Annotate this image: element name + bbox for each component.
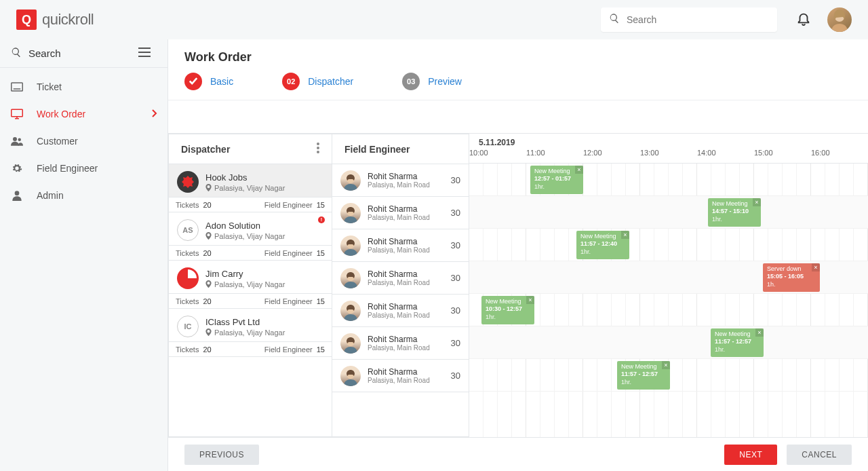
global-search-input[interactable]	[627, 14, 769, 25]
close-icon[interactable]: ×	[753, 198, 761, 206]
step-dispatcher[interactable]: 02Dispatcher	[282, 73, 353, 90]
global-search[interactable]	[601, 7, 777, 32]
check-icon	[189, 77, 198, 86]
chevron-right-icon	[152, 109, 157, 119]
field-engineer-item[interactable]: Rohit SharmaPalasiya, Main Road30	[332, 327, 469, 360]
timeline-row: ×New Meeting12:57 - 01:571hr.	[469, 164, 868, 196]
event-time: 11:57 - 12:57	[621, 371, 666, 378]
dispatcher-location: Palasiya, Vijay Nagar	[205, 328, 323, 337]
calendar-event[interactable]: ×New Meeting10:30 - 12:571hr.	[481, 296, 534, 324]
users-icon	[11, 136, 30, 147]
close-icon[interactable]: ×	[662, 361, 670, 369]
calendar-event[interactable]: ×New Meeting14:57 - 15:101hr.	[708, 198, 761, 227]
timeline-row: ×New Meeting11:57 - 12:571hr.	[469, 359, 868, 392]
engineer-name: Rohit Sharma	[368, 204, 451, 214]
event-duration: 1hr.	[580, 248, 625, 256]
step-basic[interactable]: Basic	[184, 73, 233, 90]
engineer-avatar	[340, 301, 361, 321]
engineer-avatar	[340, 236, 361, 256]
calendar-event[interactable]: ×Server down15:05 - 16:051h.	[763, 263, 820, 292]
sidebar-item-ticket[interactable]: Ticket	[0, 73, 168, 100]
event-duration: 1hr.	[486, 314, 530, 321]
dispatcher-card[interactable]: ICIClass Pvt LtdPalasiya, Vijay NagarTic…	[169, 309, 332, 357]
sidebar-item-field-engineer[interactable]: Field Engineer	[0, 155, 168, 182]
close-icon[interactable]: ×	[812, 263, 820, 271]
cancel-button[interactable]: CANCEL	[787, 445, 852, 465]
user-avatar[interactable]	[827, 7, 852, 32]
hamburger-icon[interactable]	[138, 48, 157, 60]
engineer-name: Rohit Sharma	[368, 269, 451, 279]
sidebar-search[interactable]: Search	[0, 39, 168, 68]
field-engineer-item[interactable]: Rohit SharmaPalasiya, Main Road30	[332, 262, 469, 295]
engineer-location: Palasiya, Main Road	[368, 312, 451, 319]
event-title: New Meeting	[712, 200, 757, 208]
step-circle	[184, 73, 202, 90]
step-preview[interactable]: 03Preview	[402, 73, 462, 90]
event-time: 12:57 - 01:57	[534, 175, 579, 183]
dispatcher-location: Palasiya, Vijay Nagar	[205, 232, 323, 240]
calendar-event[interactable]: ×New Meeting11:57 - 12:571hr.	[617, 361, 670, 390]
dispatcher-header-label: Dispatcher	[181, 144, 230, 155]
engineer-avatar	[340, 170, 361, 191]
engineer-count: 30	[451, 273, 460, 283]
calendar-event[interactable]: ×New Meeting11:57 - 12:571hr.	[711, 328, 764, 357]
engineer-location: Palasiya, Main Road	[368, 246, 451, 254]
notifications-icon[interactable]	[796, 10, 811, 29]
close-icon[interactable]: ×	[621, 231, 629, 239]
sidebar-item-customer[interactable]: Customer	[0, 128, 168, 155]
event-duration: 1hr.	[712, 216, 757, 223]
field-engineer-item[interactable]: Rohit SharmaPalasiya, Main Road30	[332, 295, 469, 327]
fe-count: Field Engineer15	[264, 297, 332, 305]
svg-point-11	[15, 191, 20, 195]
nav-label: Customer	[37, 136, 157, 147]
timeline-date: 5.11.2019	[469, 134, 868, 147]
timeline-hour-label: 14:00	[697, 149, 754, 162]
brand-name: quickroll	[42, 11, 94, 29]
dispatcher-location: Palasiya, Vijay Nagar	[205, 184, 323, 192]
svg-point-9	[13, 137, 17, 141]
stepper: Basic02Dispatcher03Preview	[168, 73, 868, 100]
sidebar-item-work-order[interactable]: Work Order	[0, 100, 168, 128]
nav-label: Ticket	[37, 81, 157, 92]
event-title: New Meeting	[486, 298, 530, 305]
field-engineer-item[interactable]: Rohit SharmaPalasiya, Main Road30	[332, 360, 469, 392]
close-icon[interactable]: ×	[526, 296, 534, 304]
event-title: New Meeting	[534, 168, 579, 175]
fe-count: Field Engineer15	[264, 345, 332, 354]
field-engineer-item[interactable]: Rohit SharmaPalasiya, Main Road30	[332, 229, 469, 262]
event-time: 11:57 - 12:40	[580, 240, 625, 248]
event-title: Server down	[767, 265, 816, 273]
dispatcher-avatar: AS	[177, 219, 199, 241]
sidebar-item-admin[interactable]: Admin	[0, 182, 168, 209]
event-title: New Meeting	[580, 233, 625, 240]
engineer-location: Palasiya, Main Road	[368, 344, 451, 352]
engineer-avatar	[340, 333, 361, 354]
dispatcher-location: Palasiya, Vijay Nagar	[205, 280, 323, 288]
dispatcher-header: Dispatcher	[169, 134, 332, 164]
fe-count: Field Engineer15	[264, 249, 332, 257]
field-engineer-item[interactable]: Rohit SharmaPalasiya, Main Road30	[332, 164, 469, 197]
engineer-name: Rohit Sharma	[368, 367, 451, 377]
close-icon[interactable]: ×	[575, 166, 583, 174]
user-icon	[11, 190, 30, 201]
nav-label: Admin	[37, 190, 157, 201]
calendar-event[interactable]: ×New Meeting11:57 - 12:401hr.	[576, 231, 629, 259]
event-title: New Meeting	[621, 363, 666, 371]
engineer-avatar	[340, 268, 361, 288]
field-engineer-header: Field Engineer	[332, 134, 469, 164]
field-engineer-item[interactable]: Rohit SharmaPalasiya, Main Road30	[332, 197, 469, 229]
dispatcher-card[interactable]: Jim CarryPalasiya, Vijay NagarTickets20F…	[169, 261, 332, 309]
engineer-name: Rohit Sharma	[368, 172, 451, 181]
dispatcher-card[interactable]: Hook JobsPalasiya, Vijay NagarTickets20F…	[169, 164, 332, 212]
previous-button[interactable]: PREVIOUS	[184, 445, 259, 465]
calendar-event[interactable]: ×New Meeting12:57 - 01:571hr.	[530, 166, 583, 194]
alert-badge-icon: !	[318, 216, 325, 223]
close-icon[interactable]: ×	[755, 328, 764, 337]
timeline-row: ×New Meeting11:57 - 12:401hr.	[469, 229, 868, 261]
dispatcher-name: Jim Carry	[205, 269, 323, 279]
engineer-count: 30	[451, 371, 460, 381]
next-button[interactable]: NEXT	[724, 445, 777, 465]
dispatcher-card[interactable]: ASAdon SolutionPalasiya, Vijay Nagar!Tic…	[169, 212, 332, 261]
field-engineer-column: Field Engineer Rohit SharmaPalasiya, Mai…	[332, 134, 469, 437]
more-options-icon[interactable]	[317, 143, 319, 155]
